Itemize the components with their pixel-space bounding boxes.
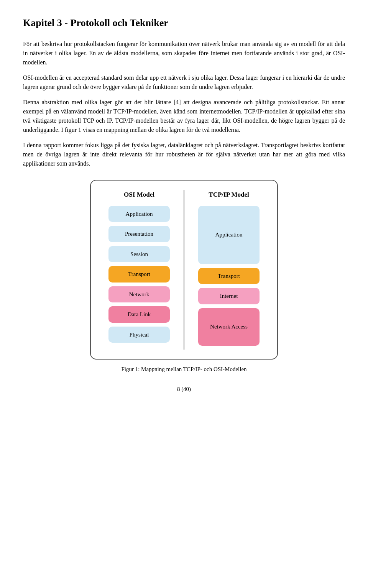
osi-header: OSI Model [124,190,154,200]
tcpip-internet-layer: Internet [198,288,260,304]
tcpip-column: TCP/IP Model Application Transport Inter… [188,190,269,350]
paragraph-1: För att beskriva hur protokollstacken fu… [23,39,345,67]
osi-network-layer: Network [108,286,170,303]
tcpip-networkaccess-layer: Network Access [198,308,260,346]
paragraph-4: I denna rapport kommer fokus ligga på de… [23,141,345,168]
tcpip-header: TCP/IP Model [209,190,249,200]
osi-transport-layer: Transport [108,266,170,283]
page-number: 8 (40) [23,385,345,394]
model-diagram: OSI Model Application Presentation Sessi… [90,180,278,360]
osi-datalink-layer: Data Link [108,306,170,323]
osi-application-layer: Application [108,206,170,222]
column-divider [184,190,184,350]
tcpip-application-layer: Application [198,206,260,264]
page-title: Kapitel 3 - Protokoll och Tekniker [23,15,345,30]
figure-container: OSI Model Application Presentation Sessi… [23,180,345,373]
osi-physical-layer: Physical [108,327,170,343]
tcpip-transport-layer: Transport [198,268,260,284]
osi-session-layer: Session [108,246,170,263]
figure-caption: Figur 1: Mappning mellan TCP/IP- och OSI… [121,365,246,374]
paragraph-2: OSI-modellen är en accepterad standard s… [23,73,345,92]
osi-presentation-layer: Presentation [108,226,170,242]
osi-column: OSI Model Application Presentation Sessi… [99,190,180,350]
paragraph-3: Denna abstraktion med olika lager gör at… [23,98,345,135]
